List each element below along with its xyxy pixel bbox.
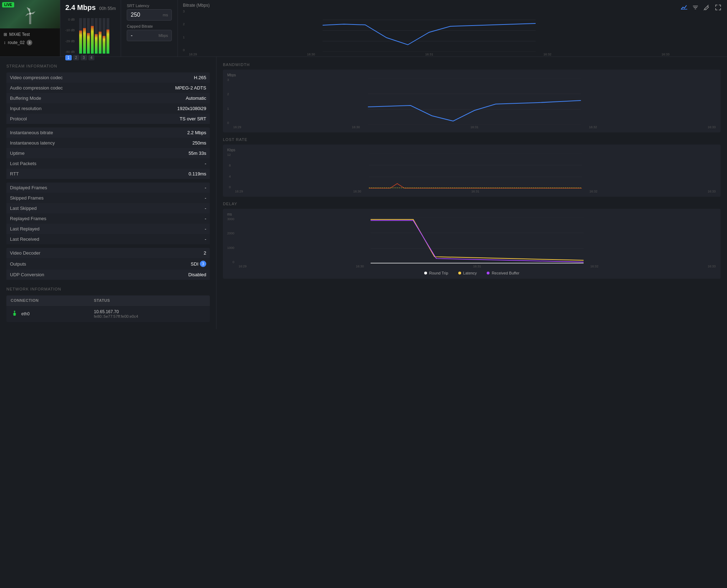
- value-inst-latency: 250ms: [142, 138, 210, 148]
- value-udp-conversion: Disabled: [133, 270, 210, 280]
- svg-rect-0: [29, 14, 31, 24]
- table-row: Last Skipped -: [6, 203, 210, 213]
- bandwidth-x-labels: 16:29 16:30 16:31 16:32 16:33: [233, 125, 716, 129]
- table-row: Uptime 55m 33s: [6, 148, 210, 158]
- label-audio-codec: Audio compression codec: [6, 83, 131, 93]
- channel-item-mx4e: ⊞ MX4E Test: [3, 31, 57, 38]
- top-bitrate-chart: [188, 9, 670, 52]
- table-row: Instantaneous bitrate 2.2 Mbps: [6, 127, 210, 138]
- channel-list: ⊞ MX4E Test ↕ route_02 3: [0, 28, 60, 49]
- table-row: Video compression codec H.265: [6, 72, 210, 83]
- table-row: Outputs SDI 3: [6, 258, 210, 270]
- network-ip1: 10.65.167.70: [94, 309, 206, 314]
- table-row: Input resolution 1920x1080i29: [6, 103, 210, 114]
- capped-bitrate-label: Capped Bitrate: [127, 24, 172, 28]
- table-row: Buffering Mode Automatic: [6, 93, 210, 103]
- meter-bar-3: [87, 18, 90, 54]
- latency-dot: [458, 272, 461, 274]
- delay-section: DELAY ms 3000 2000 1000 0: [223, 202, 721, 279]
- value-lost-packets: -: [142, 158, 210, 169]
- capped-bitrate-input[interactable]: - Mbps: [127, 30, 172, 41]
- value-resolution: 1920x1080i29: [131, 103, 210, 114]
- delay-chart-container: ms 3000 2000 1000 0: [223, 209, 721, 279]
- chart-icon-btn[interactable]: [681, 4, 687, 12]
- route-label: route_02: [8, 40, 24, 45]
- edit-icon-btn[interactable]: [704, 4, 710, 12]
- stream-info-block-3: Displayed Frames - Skipped Frames - Last…: [6, 183, 210, 246]
- top-chart-x-labels: 16:29 16:30 16:31 16:32 16:33: [188, 53, 670, 56]
- label-rtt: RTT: [6, 169, 142, 179]
- legend-latency: Latency: [458, 271, 477, 275]
- label-inst-bitrate: Instantaneous bitrate: [6, 127, 142, 138]
- table-row: Last Replayed -: [6, 224, 210, 234]
- left-panel: STREAM INFORMATION Video compression cod…: [0, 57, 217, 329]
- network-heading: NETWORK INFORMATION: [6, 287, 210, 291]
- main-content: STREAM INFORMATION Video compression cod…: [0, 57, 727, 329]
- table-row: Protocol TS over SRT: [6, 114, 210, 124]
- stream-info-table-1: Video compression codec H.265 Audio comp…: [6, 72, 210, 124]
- stream-info-table-3: Displayed Frames - Skipped Frames - Last…: [6, 183, 210, 244]
- value-rtt: 0.119ms: [142, 169, 210, 179]
- value-uptime: 55m 33s: [142, 148, 210, 158]
- bandwidth-y-label: Mbps: [227, 73, 716, 77]
- delay-x-labels: 16:29 16:30 16:31 16:32 16:33: [238, 265, 716, 268]
- meter-bar-6: [99, 18, 102, 54]
- capped-bitrate-value: -: [131, 32, 132, 39]
- value-last-skipped: -: [176, 203, 210, 213]
- label-last-skipped: Last Skipped: [6, 203, 176, 213]
- expand-icon-btn[interactable]: [715, 4, 721, 12]
- srt-section: SRT Latency 250 ms Capped Bitrate - Mbps: [121, 0, 178, 56]
- srt-latency-input[interactable]: 250 ms: [127, 9, 172, 21]
- bitrate-section: 2.4 Mbps 00h 55m 0 dB -10 dB -29 dB -80 …: [60, 0, 121, 56]
- table-row: Skipped Frames -: [6, 193, 210, 203]
- label-inst-latency: Instantaneous latency: [6, 138, 142, 148]
- bandwidth-heading: BANDWIDTH: [223, 62, 721, 67]
- audio-meters: [79, 18, 109, 54]
- lost-rate-heading: LOST RATE: [223, 137, 721, 142]
- label-outputs: Outputs: [6, 258, 133, 270]
- table-row: Replayed Frames -: [6, 213, 210, 224]
- delay-y-label: ms: [227, 212, 716, 216]
- table-row: eth0 10.65.167.70 fe80::5e77:57ff:fe00:e…: [6, 306, 210, 322]
- network-connection-name: eth0: [21, 311, 29, 316]
- stream-info-block-4: Video Decoder 2 Outputs SDI 3 UDP Conver…: [6, 248, 210, 281]
- latency-label: Latency: [463, 271, 477, 275]
- label-resolution: Input resolution: [6, 103, 131, 114]
- top-bar: LIVE ⊞ MX4E Test ↕ route_02 3: [0, 0, 727, 57]
- value-buffering: Automatic: [131, 93, 210, 103]
- filter-icon: [692, 4, 699, 11]
- bitrate-chart-section: Bitrate (Mbps) 3 2 1 0 16:29 16:30: [178, 0, 675, 56]
- network-icon: [11, 310, 18, 318]
- bandwidth-section: BANDWIDTH Mbps 3 2 1 0: [223, 62, 721, 132]
- preview-section: LIVE ⊞ MX4E Test ↕ route_02 3: [0, 0, 60, 56]
- label-buffering: Buffering Mode: [6, 93, 131, 103]
- network-section: NETWORK INFORMATION CONNECTION STATUS: [6, 287, 210, 322]
- table-row: Lost Packets -: [6, 158, 210, 169]
- value-skipped-frames: -: [176, 193, 210, 203]
- value-video-decoder: 2: [133, 248, 210, 258]
- table-row: Displayed Frames -: [6, 183, 210, 193]
- svg-marker-1: [27, 7, 30, 13]
- lost-rate-section: LOST RATE Kbps 12 8 4 0: [223, 137, 721, 197]
- meter-bar-1: [79, 18, 82, 54]
- srt-latency-label: SRT Latency: [127, 4, 172, 8]
- value-last-received: -: [176, 234, 210, 244]
- delay-legend: Round Trip Latency Received Buffer: [227, 271, 716, 275]
- meter-bar-7: [103, 18, 105, 54]
- filter-icon-btn[interactable]: [692, 4, 699, 12]
- stream-info-table-2: Instantaneous bitrate 2.2 Mbps Instantan…: [6, 127, 210, 179]
- legend-received-buffer: Received Buffer: [487, 271, 519, 275]
- route-badge: 3: [27, 40, 32, 45]
- lost-rate-x-labels: 16:29 16:30 16:31 16:32 16:33: [234, 190, 716, 193]
- table-row: UDP Conversion Disabled: [6, 270, 210, 280]
- delay-heading: DELAY: [223, 202, 721, 206]
- svg-point-15: [14, 311, 15, 312]
- label-skipped-frames: Skipped Frames: [6, 193, 176, 203]
- preview-image: LIVE: [0, 0, 60, 28]
- network-connection-cell: eth0: [6, 306, 90, 322]
- label-udp-conversion: UDP Conversion: [6, 270, 133, 280]
- top-icons: [675, 0, 727, 56]
- value-displayed-frames: -: [176, 183, 210, 193]
- lost-rate-chart-container: Kbps 12 8 4 0: [223, 145, 721, 197]
- meter-bar-5: [95, 18, 98, 54]
